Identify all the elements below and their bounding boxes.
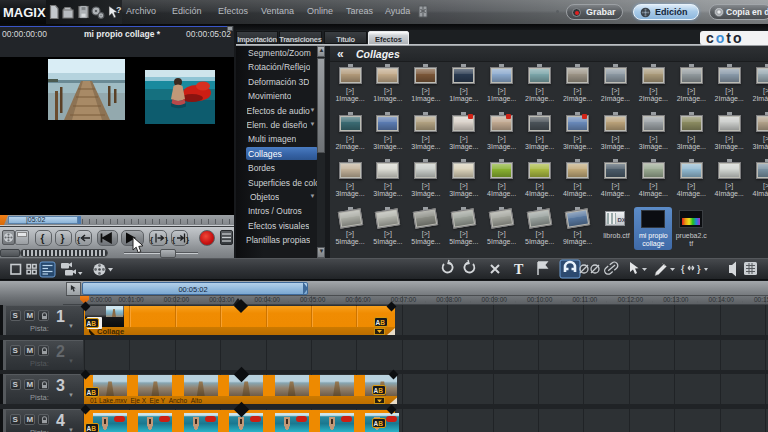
svg-text:}: } bbox=[165, 235, 168, 244]
svg-text:{: { bbox=[172, 235, 175, 244]
svg-text:T: T bbox=[514, 262, 524, 277]
svg-text:}: } bbox=[697, 264, 701, 274]
svg-text:{: { bbox=[41, 233, 45, 244]
svg-text:{: { bbox=[77, 235, 80, 244]
svg-text:{: { bbox=[150, 235, 153, 244]
svg-text:}: } bbox=[186, 235, 189, 244]
svg-text:?: ? bbox=[116, 5, 122, 15]
svg-text:{: { bbox=[681, 264, 685, 274]
svg-text:}: } bbox=[61, 233, 65, 244]
